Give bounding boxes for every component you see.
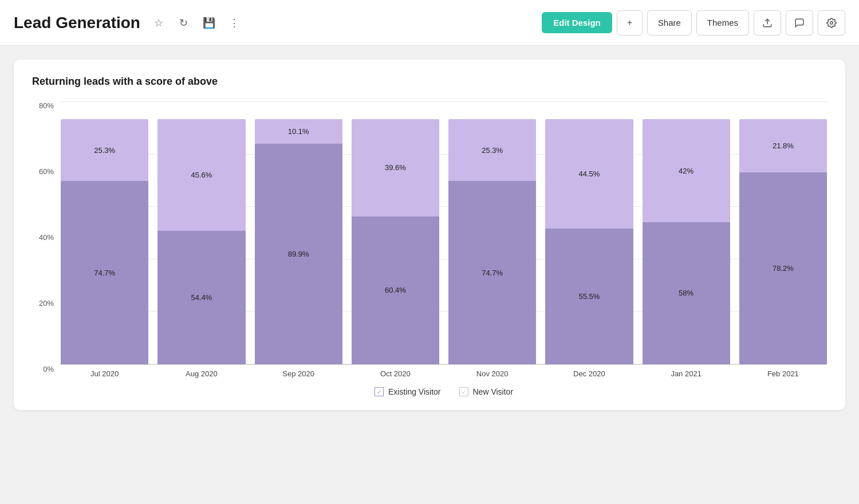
header: Lead Generation ☆ ↻ 💾 ⋮ Edit Design ＋ Sh… bbox=[0, 0, 859, 46]
chart-title: Returning leads with a score of above bbox=[32, 76, 827, 88]
header-actions: Edit Design ＋ Share Themes bbox=[542, 10, 845, 36]
bar-bottom-label: 55.5% bbox=[578, 292, 600, 301]
bar-group: 45.6%54.4% bbox=[157, 101, 245, 364]
x-label: Aug 2020 bbox=[157, 369, 245, 378]
x-label: Jan 2021 bbox=[643, 369, 730, 378]
x-label: Oct 2020 bbox=[352, 369, 439, 378]
legend-existing-visitor: ✓ Existing Visitor bbox=[375, 387, 441, 396]
y-label-80: 80% bbox=[39, 101, 54, 110]
y-label-20: 20% bbox=[39, 299, 54, 308]
bar-bottom-label: 74.7% bbox=[482, 269, 503, 277]
main-content: Returning leads with a score of above 80… bbox=[0, 46, 859, 424]
bar-top-label: 45.6% bbox=[191, 171, 212, 179]
bar-bottom-label: 54.4% bbox=[191, 293, 212, 302]
bar-group: 10.1%89.9% bbox=[255, 101, 342, 364]
add-button[interactable]: ＋ bbox=[617, 10, 643, 36]
bar-bottom-label: 74.7% bbox=[94, 269, 115, 277]
new-visitor-label: New Visitor bbox=[473, 387, 514, 396]
comment-icon[interactable] bbox=[786, 10, 813, 36]
new-visitor-checkbox: ✓ bbox=[459, 387, 468, 396]
bar-top-label: 39.6% bbox=[385, 163, 406, 172]
bar-top-label: 21.8% bbox=[773, 141, 794, 150]
star-icon[interactable]: ☆ bbox=[149, 14, 168, 32]
bar-top-label: 25.3% bbox=[94, 146, 115, 155]
more-icon[interactable]: ⋮ bbox=[225, 14, 243, 32]
svg-point-1 bbox=[830, 21, 833, 24]
existing-visitor-label: Existing Visitor bbox=[388, 387, 441, 396]
bar-group: 21.8%78.2% bbox=[739, 101, 827, 364]
header-icon-group: ☆ ↻ 💾 ⋮ bbox=[149, 14, 243, 32]
bar-group: 44.5%55.5% bbox=[545, 101, 633, 364]
x-label: Jul 2020 bbox=[61, 369, 148, 378]
bar-bottom-label: 58% bbox=[679, 289, 693, 297]
bar-bottom-label: 78.2% bbox=[773, 264, 794, 273]
chart-content: 25.3%74.7%45.6%54.4%10.1%89.9%39.6%60.4%… bbox=[61, 101, 827, 396]
chart-legend: ✓ Existing Visitor ✓ New Visitor bbox=[61, 387, 827, 396]
bar-bottom-label: 60.4% bbox=[385, 286, 406, 294]
y-axis: 80% 60% 40% 20% 0% bbox=[32, 101, 61, 396]
bar-top-label: 10.1% bbox=[288, 127, 309, 136]
x-label: Sep 2020 bbox=[255, 369, 342, 378]
bars-container: 25.3%74.7%45.6%54.4%10.1%89.9%39.6%60.4%… bbox=[61, 101, 827, 365]
settings-icon[interactable] bbox=[818, 10, 845, 36]
refresh-icon[interactable]: ↻ bbox=[175, 14, 193, 32]
save-icon[interactable]: 💾 bbox=[200, 14, 218, 32]
legend-new-visitor: ✓ New Visitor bbox=[459, 387, 514, 396]
x-labels: Jul 2020Aug 2020Sep 2020Oct 2020Nov 2020… bbox=[61, 369, 827, 378]
y-label-0: 0% bbox=[43, 365, 54, 373]
x-label: Dec 2020 bbox=[545, 369, 633, 378]
chart-area: 80% 60% 40% 20% 0% bbox=[32, 101, 827, 396]
chart-card: Returning leads with a score of above 80… bbox=[14, 60, 845, 410]
bar-top-label: 44.5% bbox=[578, 170, 600, 178]
bar-top-label: 42% bbox=[679, 167, 693, 175]
bar-top-label: 25.3% bbox=[482, 146, 503, 155]
bar-group: 25.3%74.7% bbox=[448, 101, 536, 364]
themes-button[interactable]: Themes bbox=[696, 10, 749, 36]
bar-group: 42%58% bbox=[643, 101, 730, 364]
bar-group: 39.6%60.4% bbox=[352, 101, 439, 364]
share-button[interactable]: Share bbox=[647, 10, 692, 36]
page-title: Lead Generation bbox=[14, 14, 140, 32]
x-label: Nov 2020 bbox=[448, 369, 536, 378]
y-label-60: 60% bbox=[39, 167, 54, 176]
existing-visitor-checkbox: ✓ bbox=[375, 387, 384, 396]
y-label-40: 40% bbox=[39, 233, 54, 242]
export-icon[interactable] bbox=[754, 10, 781, 36]
bar-group: 25.3%74.7% bbox=[61, 101, 148, 364]
edit-design-button[interactable]: Edit Design bbox=[542, 12, 612, 33]
bar-bottom-label: 89.9% bbox=[288, 250, 309, 258]
x-label: Feb 2021 bbox=[739, 369, 827, 378]
